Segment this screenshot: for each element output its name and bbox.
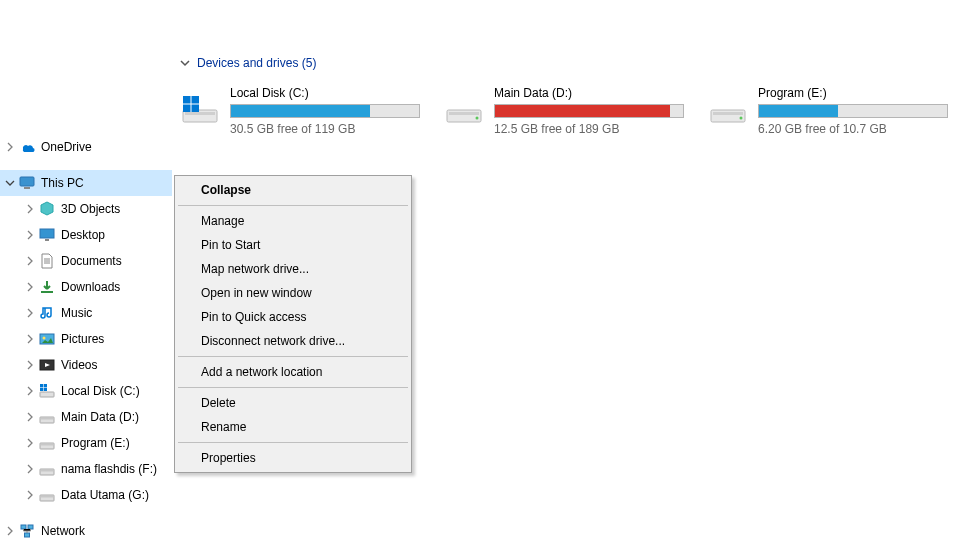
svg-rect-3 [45, 239, 49, 241]
menu-item-open-in-new-window[interactable]: Open in new window [177, 281, 409, 305]
menu-item-pin-to-quick-access[interactable]: Pin to Quick access [177, 305, 409, 329]
tree-item-label: Downloads [61, 280, 120, 294]
drive-icon [38, 486, 56, 504]
tree-item-program-e-[interactable]: Program (E:) [0, 430, 172, 456]
svg-rect-0 [20, 177, 34, 186]
menu-separator [178, 387, 408, 388]
tree-item-label: Data Utama (G:) [61, 488, 149, 502]
storage-bar [758, 104, 948, 118]
svg-rect-7 [40, 392, 54, 397]
menu-item-collapse[interactable]: Collapse [177, 178, 409, 202]
menu-item-manage[interactable]: Manage [177, 209, 409, 233]
tree-item-main-data-d-[interactable]: Main Data (D:) [0, 404, 172, 430]
chevron-right-icon[interactable] [24, 307, 36, 319]
section-devices-drives[interactable]: Devices and drives (5) [180, 48, 972, 78]
drive-free-text: 6.20 GB free of 10.7 GB [758, 122, 956, 136]
videos-icon [38, 356, 56, 374]
tree-item-videos[interactable]: Videos [0, 352, 172, 378]
svg-rect-18 [28, 525, 33, 529]
chevron-right-icon[interactable] [24, 411, 36, 423]
chevron-down-icon[interactable] [4, 177, 16, 189]
chevron-right-icon[interactable] [24, 281, 36, 293]
svg-point-25 [476, 117, 479, 120]
drive-name: Program (E:) [758, 86, 956, 100]
chevron-right-icon[interactable] [4, 525, 16, 537]
tree-item-label: Music [61, 306, 92, 320]
documents-icon [38, 252, 56, 270]
chevron-right-icon[interactable] [24, 255, 36, 267]
menu-separator [178, 205, 408, 206]
menu-item-add-a-network-location[interactable]: Add a network location [177, 360, 409, 384]
network-icon [18, 522, 36, 540]
drive-free-text: 12.5 GB free of 189 GB [494, 122, 692, 136]
tree-item-data-utama-g-[interactable]: Data Utama (G:) [0, 482, 172, 508]
drive-icon [38, 460, 56, 478]
chevron-right-icon[interactable] [24, 203, 36, 215]
svg-rect-11 [40, 443, 54, 449]
menu-item-properties[interactable]: Properties [177, 446, 409, 470]
svg-rect-9 [40, 417, 54, 423]
svg-rect-14 [41, 470, 53, 472]
drive-icon [444, 90, 484, 130]
drive-main-data-d-[interactable]: Main Data (D:)12.5 GB free of 189 GB [444, 86, 692, 136]
drive-icon [38, 408, 56, 426]
tree-item-label: nama flashdis (F:) [61, 462, 157, 476]
svg-rect-1 [24, 187, 30, 189]
tree-item-label: Documents [61, 254, 122, 268]
tree-item-network[interactable]: Network [0, 518, 172, 543]
chevron-right-icon[interactable] [24, 489, 36, 501]
svg-point-28 [740, 117, 743, 120]
chevron-right-icon[interactable] [24, 359, 36, 371]
thispc-icon [18, 174, 36, 192]
svg-rect-2 [40, 229, 54, 238]
navigation-pane: OneDrive This PC3D ObjectsDesktopDocumen… [0, 0, 172, 543]
tree-item-label: Network [41, 524, 85, 538]
svg-rect-26 [711, 110, 745, 122]
tree-item-nama-flashdis-f-[interactable]: nama flashdis (F:) [0, 456, 172, 482]
tree-item-desktop[interactable]: Desktop [0, 222, 172, 248]
chevron-right-icon[interactable] [24, 333, 36, 345]
drive-free-text: 30.5 GB free of 119 GB [230, 122, 428, 136]
tree-item-label: OneDrive [41, 140, 92, 154]
chevron-right-icon[interactable] [4, 141, 16, 153]
music-icon [38, 304, 56, 322]
drive-name: Local Disk (C:) [230, 86, 428, 100]
menu-item-disconnect-network-drive-[interactable]: Disconnect network drive... [177, 329, 409, 353]
chevron-right-icon[interactable] [24, 463, 36, 475]
drive-win-icon [180, 90, 220, 130]
chevron-down-icon [180, 58, 191, 69]
desktop-icon [38, 226, 56, 244]
tree-item-pictures[interactable]: Pictures [0, 326, 172, 352]
tree-item-onedrive[interactable]: OneDrive [0, 134, 172, 160]
svg-rect-19 [25, 533, 30, 537]
drive-icon [708, 90, 748, 130]
drive-local-disk-c-[interactable]: Local Disk (C:)30.5 GB free of 119 GB [180, 86, 428, 136]
svg-rect-21 [185, 112, 215, 115]
drive-icon [38, 434, 56, 452]
tree-item-downloads[interactable]: Downloads [0, 274, 172, 300]
menu-item-rename[interactable]: Rename [177, 415, 409, 439]
menu-separator [178, 442, 408, 443]
menu-item-delete[interactable]: Delete [177, 391, 409, 415]
drive-win-icon [38, 382, 56, 400]
chevron-right-icon[interactable] [24, 229, 36, 241]
tree-item-local-disk-c-[interactable]: Local Disk (C:) [0, 378, 172, 404]
svg-rect-15 [40, 495, 54, 501]
svg-rect-12 [41, 444, 53, 446]
downloads-icon [38, 278, 56, 296]
svg-rect-27 [713, 112, 743, 115]
tree-item-music[interactable]: Music [0, 300, 172, 326]
svg-rect-23 [447, 110, 481, 122]
tree-item-documents[interactable]: Documents [0, 248, 172, 274]
storage-bar [494, 104, 684, 118]
drive-program-e-[interactable]: Program (E:)6.20 GB free of 10.7 GB [708, 86, 956, 136]
menu-item-pin-to-start[interactable]: Pin to Start [177, 233, 409, 257]
storage-bar [230, 104, 420, 118]
tree-item-this-pc[interactable]: This PC [0, 170, 172, 196]
tree-item-label: Program (E:) [61, 436, 130, 450]
chevron-right-icon[interactable] [24, 437, 36, 449]
menu-item-map-network-drive-[interactable]: Map network drive... [177, 257, 409, 281]
chevron-right-icon[interactable] [24, 385, 36, 397]
tree-item-3d-objects[interactable]: 3D Objects [0, 196, 172, 222]
tree-item-label: This PC [41, 176, 84, 190]
